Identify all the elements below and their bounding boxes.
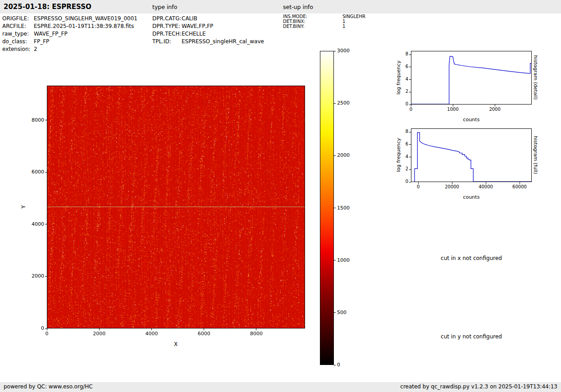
field-label: INS.MODE: [283, 14, 342, 19]
tick-mark [45, 172, 47, 173]
tick-mark [409, 67, 411, 67]
y-tick-label: 6000 [26, 169, 44, 175]
meta-row: TPL.ID:ESPRESSO_singleHR_cal_wave [152, 38, 264, 46]
hist-full-xlabel: counts [463, 194, 480, 200]
y-tick-label: 2 [395, 166, 408, 171]
main-plot-ylabel: Y [20, 205, 27, 208]
file-info-block: ORIGFILE:ESPRESSO_SINGLEHR_WAVE019_0001 … [2, 15, 137, 53]
tick-mark [453, 105, 453, 106]
cut-x-note: cut in x not configured [411, 255, 532, 261]
meta-row: raw_type:WAVE_FP_FP [2, 30, 137, 38]
field-value: 1 [342, 24, 345, 29]
x-tick-label: 40000 [472, 184, 499, 189]
meta-row: extension:2 [2, 46, 137, 53]
field-value: ECHELLE [182, 31, 206, 37]
type-info-block: DPR.CATG:CALIB DPR.TYPE:WAVE,FP,FP DPR.T… [152, 15, 264, 46]
tick-mark [418, 182, 419, 184]
tick-mark [334, 312, 336, 313]
field-label: DET.BINX: [283, 19, 342, 24]
field-value: SINGLEHR [342, 14, 365, 19]
tick-mark [334, 103, 336, 104]
x-tick-label: 0 [405, 184, 432, 189]
colorbar-tick-label: 2500 [337, 100, 350, 106]
tick-mark [409, 132, 411, 132]
meta-row: DET.BINY:1 [283, 24, 365, 29]
tick-mark [409, 144, 411, 145]
y-tick-label: 0 [26, 325, 44, 331]
main-plot-xlabel: X [174, 341, 178, 347]
x-tick-label: 8000 [243, 331, 270, 337]
y-tick-label: 8000 [26, 117, 44, 123]
field-value: ESPRESSO_singleHR_cal_wave [182, 38, 264, 45]
colorbar-tick-label: 1500 [337, 205, 350, 211]
histogram-detail-plot [411, 51, 532, 105]
x-tick-label: 20000 [438, 184, 465, 189]
meta-row: ARCFILE:ESPRE.2025-01-19T11:38:39.878.fi… [2, 23, 137, 30]
histogram-full-line [411, 129, 531, 182]
tick-mark [334, 260, 336, 260]
field-value: WAVE_FP_FP [34, 31, 68, 37]
colorbar-tick-label: 3000 [337, 48, 350, 54]
field-label: DET.BINY: [283, 24, 342, 29]
tick-mark [409, 55, 411, 55]
meta-row: INS.MODE:SINGLEHR [283, 14, 365, 19]
field-value: ESPRE.2025-01-19T11:38:39.878.fits [34, 23, 134, 29]
colorbar-gradient [320, 51, 333, 365]
tick-mark [334, 208, 336, 208]
hist-detail-xlabel: counts [463, 117, 480, 123]
colorbar-tick-label: 0 [337, 362, 340, 368]
y-tick-label: 8 [395, 129, 408, 134]
meta-row: DPR.TYPE:WAVE,FP,FP [152, 23, 264, 30]
tick-mark [334, 365, 336, 365]
histogram-full-plot [411, 128, 532, 182]
field-label: ORIGFILE: [2, 15, 34, 23]
field-value: ESPRESSO_SINGLEHR_WAVE019_0001 [34, 15, 137, 22]
colorbar-tick-label: 2000 [337, 152, 350, 158]
meta-row: DET.BINX:1 [283, 19, 365, 24]
tick-mark [486, 182, 486, 184]
y-tick-label: 2 [395, 89, 408, 94]
field-label: extension: [2, 46, 34, 53]
x-tick-label: 6000 [191, 331, 218, 337]
x-tick-label: 0 [33, 331, 60, 337]
field-label: do_class: [2, 38, 34, 46]
x-tick-label: 1000 [439, 107, 466, 112]
histogram-detail-line [411, 51, 531, 104]
x-tick-label: 0 [397, 107, 424, 112]
tick-mark [204, 328, 204, 330]
field-label: raw_type: [2, 30, 34, 38]
tick-mark [409, 105, 411, 105]
type-info-heading: type info [152, 4, 177, 10]
tick-mark [409, 182, 411, 182]
tick-mark [452, 182, 452, 184]
field-value: WAVE,FP,FP [182, 23, 213, 29]
tick-mark [151, 328, 152, 330]
tick-mark [409, 157, 411, 157]
field-value: 2 [34, 46, 37, 52]
tick-mark [520, 182, 520, 184]
footer-left-text: powered by QC: www.eso.org/HC [4, 383, 93, 390]
colorbar-tick-label: 1000 [337, 257, 350, 263]
field-label: DPR.TYPE: [152, 23, 182, 30]
x-tick-label: 60000 [506, 184, 533, 189]
field-label: DPR.CATG: [152, 15, 182, 23]
x-tick-label: 2000 [481, 107, 508, 112]
tick-mark [495, 105, 495, 106]
setup-info-block: INS.MODE:SINGLEHR DET.BINX:1 DET.BINY:1 [283, 14, 365, 29]
meta-row: do_class:FP_FP [2, 38, 137, 46]
colorbar-tick-label: 500 [337, 310, 347, 315]
y-tick-label: 6 [395, 64, 408, 69]
setup-info-heading: set-up info [283, 4, 313, 10]
meta-row: DPR.CATG:CALIB [152, 15, 264, 23]
tick-mark [409, 79, 411, 80]
tick-mark [334, 51, 336, 51]
y-tick-label: 4000 [26, 221, 44, 227]
hist-full-right-label: histogram (full) [533, 136, 538, 174]
cut-y-note: cut in y not configured [411, 333, 532, 340]
field-value: FP_FP [34, 38, 49, 45]
raw-image-canvas [47, 86, 305, 328]
y-tick-label: 2000 [26, 273, 44, 279]
raw-image-plot [47, 86, 305, 328]
y-tick-label: 0 [395, 179, 408, 184]
header-bar: 2025-01-18: ESPRESSO type info set-up in… [0, 0, 561, 14]
